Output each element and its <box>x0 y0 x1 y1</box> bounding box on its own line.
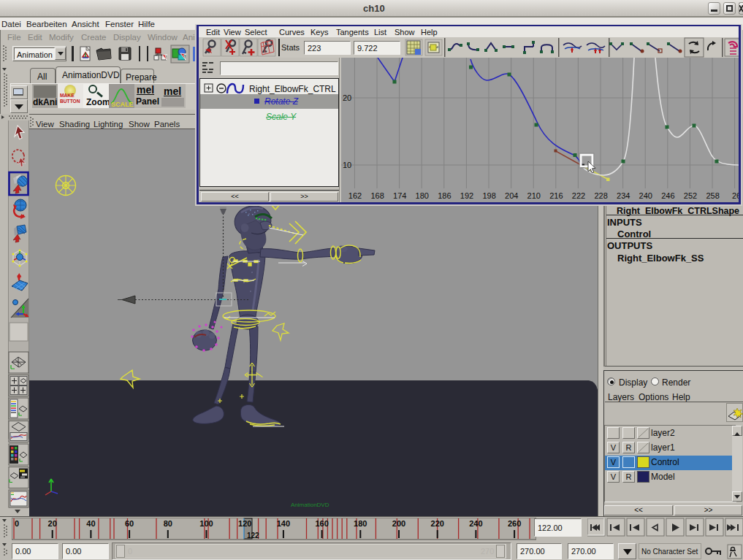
svg-text:180: 180 <box>416 191 429 200</box>
svg-text:180: 180 <box>354 519 367 528</box>
svg-text:260: 260 <box>508 519 521 528</box>
svg-text:20: 20 <box>343 93 351 102</box>
svg-text:140: 140 <box>277 519 290 528</box>
svg-text:Stats: Stats <box>281 43 300 52</box>
svg-text:210: 210 <box>527 191 541 200</box>
svg-text:186: 186 <box>438 191 451 200</box>
svg-text:168: 168 <box>370 191 384 200</box>
svg-text:234: 234 <box>617 191 630 200</box>
svg-text:20: 20 <box>48 519 57 528</box>
svg-text:AnimationDVD: AnimationDVD <box>291 502 329 508</box>
svg-text:174: 174 <box>393 191 406 200</box>
svg-text:222: 222 <box>572 191 585 200</box>
svg-text:228: 228 <box>594 191 607 200</box>
svg-text:80: 80 <box>164 519 172 528</box>
svg-text:120: 120 <box>238 519 251 528</box>
svg-text:240: 240 <box>639 191 652 200</box>
svg-text:160: 160 <box>315 519 328 528</box>
svg-text:204: 204 <box>505 191 518 200</box>
svg-text:258: 258 <box>706 191 719 200</box>
svg-text:SCALE: SCALE <box>111 101 134 108</box>
svg-text:200: 200 <box>392 519 405 528</box>
svg-text:198: 198 <box>482 191 495 200</box>
svg-text:220: 220 <box>431 519 444 528</box>
svg-text:162: 162 <box>348 191 362 200</box>
svg-text:192: 192 <box>460 191 473 200</box>
svg-text:246: 246 <box>661 191 674 200</box>
svg-text:122: 122 <box>247 532 259 540</box>
svg-text:0: 0 <box>15 519 19 528</box>
svg-text:240: 240 <box>469 519 482 528</box>
svg-text:10: 10 <box>343 161 351 169</box>
svg-text:216: 216 <box>549 191 563 200</box>
svg-text:252: 252 <box>684 191 697 200</box>
svg-text:100: 100 <box>199 519 213 528</box>
svg-text:26: 26 <box>732 191 739 200</box>
svg-text:60: 60 <box>125 519 134 528</box>
svg-text:40: 40 <box>86 519 95 528</box>
